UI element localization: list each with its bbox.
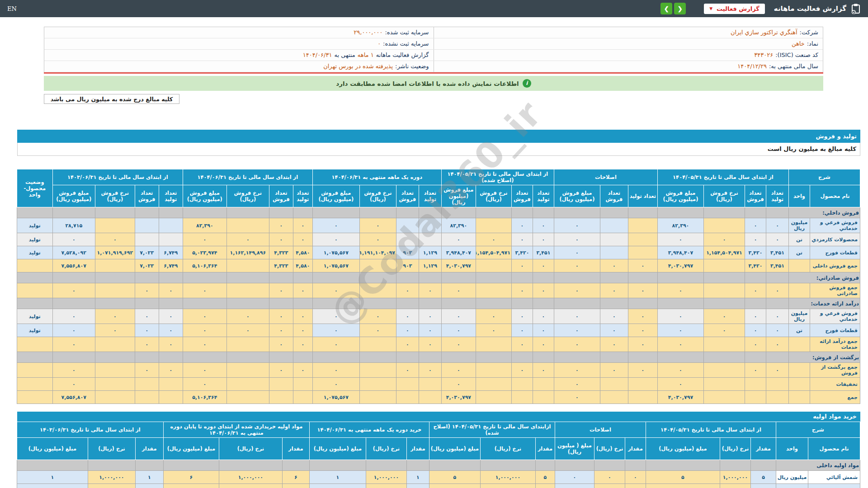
table-cell bbox=[745, 352, 766, 363]
table-cell: ۰ bbox=[293, 324, 312, 337]
table-cell: جمع فروش صادراتی bbox=[810, 283, 860, 298]
column-header: نرخ فروش (ریال) bbox=[226, 185, 269, 207]
table-cell bbox=[533, 207, 554, 218]
table-cell: ۱,۰۰۰,۰۰۰ bbox=[366, 471, 406, 484]
table-cell: ۷,۵۲۸,۰۹۲ bbox=[52, 246, 95, 259]
company-info-table: شرکت:آهنگري تراكتور سازي ايرانسرمایه ثبت… bbox=[44, 27, 823, 72]
table-cell bbox=[594, 484, 625, 488]
table-cell bbox=[745, 378, 766, 391]
language-toggle-en[interactable]: EN bbox=[7, 5, 17, 12]
table-cell: ۰ bbox=[159, 324, 183, 337]
table-cell bbox=[406, 484, 429, 488]
table-cell: ۱,۱۹۱,۱۰۴,۰۹۷ bbox=[359, 246, 396, 259]
table-cell bbox=[293, 272, 312, 283]
table-cell bbox=[476, 207, 511, 218]
column-header: تعداد فروش bbox=[135, 185, 159, 207]
table-cell: ۱,۱۲۹ bbox=[419, 246, 441, 259]
table-cell: قطعات فورج bbox=[810, 246, 860, 259]
amounts-note-button[interactable]: کلیه مبالغ درج شده به میلیون ریال می باش… bbox=[44, 94, 179, 104]
table-cell: ۶ bbox=[282, 471, 309, 484]
info-label: سال مالی منتهی به: bbox=[769, 61, 818, 72]
table-cell bbox=[159, 391, 183, 404]
table-cell: تن bbox=[788, 246, 810, 259]
previous-report-button[interactable]: ❯ bbox=[660, 3, 672, 14]
table-cell: ۰ bbox=[135, 309, 159, 324]
table-cell bbox=[555, 460, 594, 471]
table-cell bbox=[17, 272, 52, 283]
table-cell bbox=[226, 207, 269, 218]
table-cell: ۰ bbox=[312, 378, 359, 391]
table-cell: ۱,۰۰۰,۰۰۰ bbox=[219, 471, 282, 484]
table-cell: میلیون ریال bbox=[776, 471, 808, 484]
table-cell bbox=[52, 298, 95, 309]
column-header: از ابتدای سال مالی تا تاریخ ۱۴۰۴/۰۶/۳۱ bbox=[183, 169, 312, 185]
table-cell: ۰ bbox=[628, 324, 657, 337]
table-cell: ۱,۰۷۵,۵۶۷ bbox=[312, 246, 359, 259]
info-value: خاهن bbox=[792, 38, 805, 49]
column-header: مبلغ فروش (میلیون ریال) bbox=[657, 185, 703, 207]
table-cell: ۰ bbox=[293, 233, 312, 246]
table-cell: ۰ bbox=[745, 233, 766, 246]
table-cell: ۰ bbox=[183, 324, 226, 337]
table-cell bbox=[703, 391, 745, 404]
table-cell bbox=[95, 337, 135, 352]
next-report-button[interactable]: ❮ bbox=[674, 3, 686, 14]
table-cell: ۱,۰۰۰,۰۰۰ bbox=[720, 471, 750, 484]
table-cell: ۰ bbox=[226, 233, 269, 246]
table-cell bbox=[282, 484, 309, 488]
table-cell: ۰ bbox=[628, 283, 657, 298]
info-right-cell: شرکت:آهنگري تراكتور سازي ايران bbox=[434, 27, 823, 38]
table-cell: ۰ bbox=[396, 309, 419, 324]
table-cell bbox=[720, 460, 750, 471]
product-row: قطعات فورجتن۰۰۰۰۰۰۰۰۰۰۰۰۰۰۰۰۰۰۰۰۰۰۰تولید bbox=[17, 324, 860, 337]
sales-units-note: کلیه مبالغ به میلیون ریال است bbox=[17, 143, 860, 156]
column-header: مبلغ (میلیون ریال) bbox=[163, 438, 219, 460]
table-cell: ۰ bbox=[419, 337, 441, 352]
table-cell bbox=[703, 378, 745, 391]
table-cell bbox=[657, 272, 703, 283]
table-cell: ۴,۵۸۰ bbox=[293, 246, 312, 259]
table-cell: ۰ bbox=[766, 283, 788, 298]
report-type-dropdown[interactable]: گزارش فعالیت ▼ bbox=[704, 4, 765, 14]
table-cell: ۵ bbox=[429, 471, 480, 484]
table-cell bbox=[95, 218, 135, 233]
table-cell: ۰ bbox=[554, 378, 600, 391]
table-cell bbox=[309, 460, 366, 471]
table-cell: ۰ bbox=[554, 324, 600, 337]
table-cell: ۰ bbox=[600, 283, 628, 298]
table-cell: ۰ bbox=[159, 337, 183, 352]
table-cell bbox=[429, 484, 480, 488]
table-cell: شمش آلیائي bbox=[808, 471, 860, 484]
table-cell: ۱,۱۵۴,۵۰۴,۹۷۱ bbox=[476, 246, 511, 259]
column-header: نام محصول bbox=[808, 438, 860, 460]
product-row: محصولات کارمزديتن۰۰۰۰۰۰۰۰۰۰۰۰۰۰۰۰۰تولید bbox=[17, 233, 860, 246]
table-cell bbox=[219, 484, 282, 488]
table-cell: ۳,۴۵۱ bbox=[766, 259, 788, 272]
column-header: نام محصول bbox=[810, 185, 860, 207]
info-value: ۱ ماهه bbox=[358, 50, 374, 61]
table-cell bbox=[95, 378, 135, 391]
table-cell: جمع فروش داخلی bbox=[810, 259, 860, 272]
table-cell bbox=[135, 272, 159, 283]
table-cell: ۰ bbox=[396, 337, 419, 352]
table-cell: ۰ bbox=[533, 233, 554, 246]
table-cell: ۰ bbox=[745, 337, 766, 352]
info-label: گزارش فعالیت ماهانه bbox=[376, 50, 429, 61]
column-header: نرخ (ریال) bbox=[720, 438, 750, 460]
table-cell: ۰ bbox=[554, 259, 600, 272]
table-cell bbox=[226, 352, 269, 363]
table-cell: ۰ bbox=[441, 378, 476, 391]
table-cell bbox=[159, 352, 183, 363]
table-cell: ۰ bbox=[183, 233, 226, 246]
company-info-row: نماد:خاهنسرمایه ثبت نشده:۰ bbox=[44, 38, 823, 50]
table-cell: ۸۲,۳۹۰ bbox=[657, 218, 703, 233]
table-cell bbox=[766, 207, 788, 218]
table-cell bbox=[788, 378, 810, 391]
table-cell: ۰ bbox=[554, 246, 600, 259]
table-cell bbox=[476, 391, 511, 404]
table-cell: ۰ bbox=[52, 324, 95, 337]
table-cell bbox=[419, 233, 441, 246]
table-cell bbox=[476, 272, 511, 283]
table-cell bbox=[396, 298, 419, 309]
table-cell: جمع برگشت از فروش bbox=[810, 363, 860, 378]
